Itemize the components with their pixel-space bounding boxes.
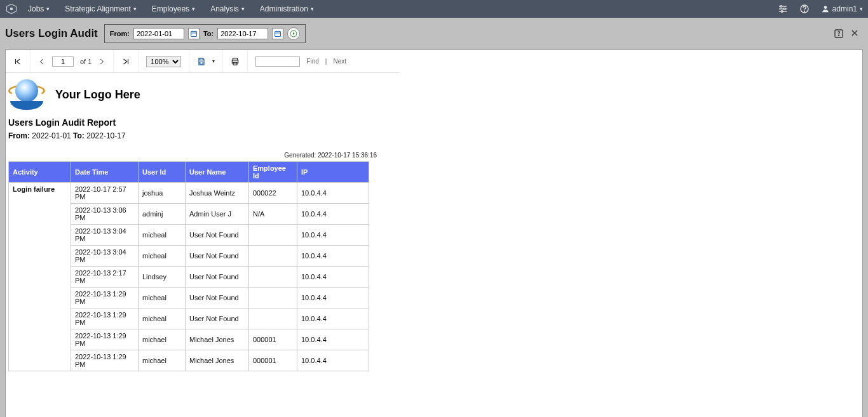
help-button[interactable] [834, 29, 844, 39]
cell-ip: 10.0.4.4 [297, 267, 369, 288]
chevron-down-icon: ▾ [192, 6, 195, 12]
from-calendar-icon[interactable] [188, 28, 200, 39]
col-employeeid: Employee Id [249, 162, 297, 183]
workspace: of 1 100% ▾ Find | Next [0, 50, 868, 417]
cell-empid: 000001 [249, 329, 297, 350]
cell-ip: 10.0.4.4 [297, 246, 369, 267]
svg-rect-11 [191, 32, 196, 37]
next-page-button[interactable] [98, 58, 105, 65]
company-logo-icon [8, 79, 45, 110]
cell-username: User Not Found [186, 267, 249, 288]
cell-userid: micheal [139, 225, 186, 246]
find-separator: | [325, 58, 327, 65]
svg-point-7 [781, 11, 783, 13]
last-page-button[interactable] [121, 57, 130, 66]
cell-empid: N/A [249, 204, 297, 225]
cell-username: Michael Jones [186, 350, 249, 371]
nav-item-strategic-alignment[interactable]: Strategic Alignment▾ [65, 4, 136, 13]
to-date-input[interactable] [217, 28, 268, 39]
user-name: admin1 [832, 4, 857, 13]
cell-datetime: 2022-10-13 1:29 PM [71, 288, 139, 308]
col-ip: IP [297, 162, 369, 183]
cell-userid: michael [139, 329, 186, 350]
logo-row: Your Logo Here [8, 79, 860, 110]
cell-userid: micheal [139, 288, 186, 308]
user-menu[interactable]: admin1 ▾ [821, 4, 863, 13]
previous-page-button[interactable] [38, 58, 46, 65]
nav-item-analysis[interactable]: Analysis▾ [210, 4, 245, 13]
page-title: Users Login Audit [5, 27, 98, 40]
cell-username: User Not Found [186, 225, 249, 246]
chevron-down-icon: ▾ [311, 6, 314, 12]
cell-datetime: 2022-10-13 3:04 PM [71, 246, 139, 267]
save-button[interactable] [197, 57, 206, 66]
cell-ip: 10.0.4.4 [297, 329, 369, 350]
cell-ip: 10.0.4.4 [297, 308, 369, 329]
cell-datetime: 2022-10-17 2:57 PM [71, 183, 139, 204]
cell-datetime: 2022-10-13 1:29 PM [71, 350, 139, 371]
cell-userid: micheal [139, 308, 186, 329]
print-button[interactable] [231, 57, 240, 66]
range-from-value: 2022-01-01 [32, 131, 71, 140]
report-title: Users Login Audit Report [8, 117, 860, 128]
cell-ip: 10.0.4.4 [297, 183, 369, 204]
nav-item-jobs[interactable]: Jobs▾ [28, 4, 50, 13]
cell-ip: 10.0.4.4 [297, 288, 369, 308]
to-calendar-icon[interactable] [272, 28, 283, 39]
find-button[interactable]: Find [306, 58, 318, 65]
cell-username: Joshua Weintz [186, 183, 249, 204]
svg-point-22 [838, 35, 839, 36]
cell-ip: 10.0.4.4 [297, 225, 369, 246]
report-body: Your Logo Here Users Login Audit Report … [6, 73, 862, 378]
from-date-input[interactable] [133, 28, 184, 39]
date-filter-box: From: To: [104, 24, 306, 43]
cell-userid: joshua [139, 183, 186, 204]
from-label: From: [110, 30, 130, 37]
cell-username: Admin User J [186, 204, 249, 225]
top-navigation: Jobs▾ Strategic Alignment▾ Employees▾ An… [0, 0, 868, 18]
cell-datetime: 2022-10-13 3:04 PM [71, 225, 139, 246]
chevron-down-icon: ▾ [860, 6, 863, 12]
zoom-select[interactable]: 100% [146, 56, 181, 67]
cell-empid [249, 267, 297, 288]
cell-ip: 10.0.4.4 [297, 204, 369, 225]
col-datetime: Date Time [71, 162, 139, 183]
audit-table: Activity Date Time User Id User Name Emp… [8, 161, 369, 371]
cell-empid [249, 246, 297, 267]
find-input[interactable] [255, 56, 300, 67]
cell-datetime: 2022-10-13 1:29 PM [71, 329, 139, 350]
user-icon [821, 4, 830, 13]
nav-item-administration[interactable]: Administration▾ [260, 4, 314, 13]
page-count-label: of 1 [80, 58, 92, 65]
cell-datetime: 2022-10-13 2:17 PM [71, 267, 139, 288]
find-next-button[interactable]: Next [333, 58, 346, 65]
svg-rect-28 [200, 62, 203, 64]
nav-label: Employees [152, 4, 189, 13]
close-button[interactable] [850, 29, 859, 39]
svg-rect-27 [200, 58, 203, 60]
filter-bar: Users Login Audit From: To: [0, 18, 868, 50]
report-panel: of 1 100% ▾ Find | Next [5, 50, 863, 417]
range-from-label: From: [8, 131, 30, 140]
cell-empid [249, 308, 297, 329]
save-dropdown-icon[interactable]: ▾ [212, 58, 215, 64]
svg-rect-15 [275, 32, 281, 37]
logo-text: Your Logo Here [55, 88, 140, 102]
first-page-button[interactable] [13, 57, 22, 66]
page-number-input[interactable] [52, 56, 74, 67]
cell-username: User Not Found [186, 288, 249, 308]
help-icon[interactable] [799, 4, 810, 14]
settings-sliders-icon[interactable] [778, 4, 788, 14]
col-userid: User Id [139, 162, 186, 183]
run-report-button[interactable] [287, 27, 300, 40]
col-username: User Name [186, 162, 249, 183]
chevron-down-icon: ▾ [241, 6, 245, 12]
cell-userid: Lindsey [139, 267, 186, 288]
nav-item-employees[interactable]: Employees▾ [152, 4, 195, 13]
panel-controls [834, 29, 863, 39]
range-to-label: To: [73, 131, 85, 140]
report-date-range: From: 2022-01-01 To: 2022-10-17 [8, 131, 860, 140]
range-to-value: 2022-10-17 [86, 131, 125, 140]
activity-cell: Login failure [9, 183, 71, 371]
brand-icon[interactable] [5, 3, 18, 15]
